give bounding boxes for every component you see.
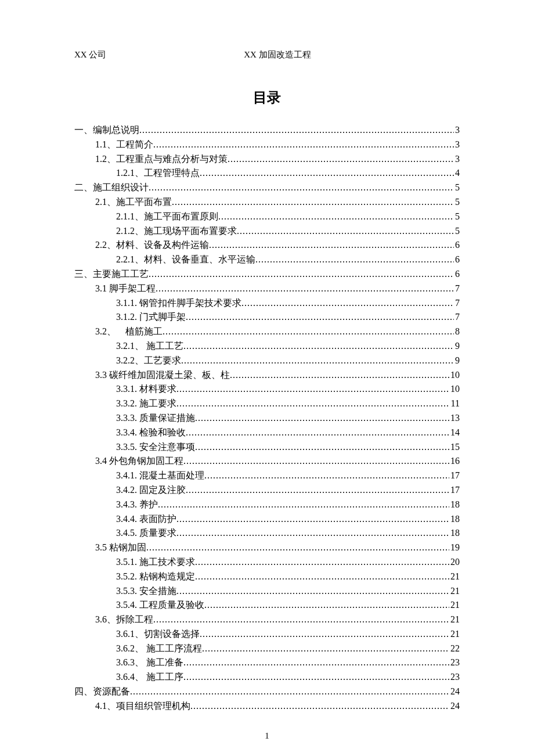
toc-entry-label: 3.6.1、切割设备选择 xyxy=(116,627,200,642)
toc-entry-page: 14 xyxy=(449,426,460,440)
toc-entry-page: 21 xyxy=(449,613,460,627)
toc-entry-label: 3.4 外包角钢加固工程 xyxy=(95,454,183,469)
toc-entry-page: 18 xyxy=(449,512,460,527)
toc-entry-label: 3.3.4. 检验和验收 xyxy=(116,426,186,440)
toc-leader-dots xyxy=(183,670,449,685)
toc-entry-page: 23 xyxy=(449,670,460,685)
toc-leader-dots xyxy=(255,253,454,267)
toc-entry-label: 3.5 粘钢加固 xyxy=(95,541,146,555)
toc-entry: 3.6、拆除工程21 xyxy=(74,613,460,627)
toc-entry-page: 9 xyxy=(454,354,460,368)
toc-entry-label: 3.2.1、 施工工艺 xyxy=(116,339,183,354)
toc-leader-dots xyxy=(186,426,449,440)
toc-leader-dots xyxy=(176,382,449,397)
toc-entry-label: 3.3.3. 质量保证措施 xyxy=(116,411,195,426)
toc-entry-label: 1.1、工程简介 xyxy=(95,138,153,152)
toc-leader-dots xyxy=(153,613,449,627)
toc-entry-page: 7 xyxy=(454,296,460,311)
toc-entry: 3.6.2、 施工工序流程22 xyxy=(74,642,460,656)
toc-leader-dots xyxy=(176,584,449,599)
toc-entry-page: 3 xyxy=(454,152,460,167)
toc-entry: 3.4.2. 固定及注胶17 xyxy=(74,483,460,498)
toc-leader-dots xyxy=(139,123,454,138)
toc-entry: 3.5.2. 粘钢构造规定21 xyxy=(74,570,460,584)
toc-entry-label: 三、主要施工工艺 xyxy=(74,267,149,282)
toc-entry: 3.4.1. 混凝土基面处理17 xyxy=(74,469,460,483)
toc-leader-dots xyxy=(230,368,449,383)
toc-entry: 1.1、工程简介3 xyxy=(74,138,460,152)
toc-leader-dots xyxy=(176,512,449,527)
toc-leader-dots xyxy=(190,699,449,714)
toc-leader-dots xyxy=(149,181,454,195)
toc-entry-page: 21 xyxy=(449,584,460,599)
toc-entry: 3.4 外包角钢加固工程16 xyxy=(74,454,460,469)
toc-leader-dots xyxy=(183,339,454,354)
toc-entry-label: 3.5.3. 安全措施 xyxy=(116,584,176,599)
toc-entry-label: 3.4.5. 质量要求 xyxy=(116,526,176,541)
toc-entry: 3.4.3. 养护18 xyxy=(74,498,460,512)
toc-entry: 3.3 碳纤维加固混凝土梁、板、柱10 xyxy=(74,368,460,383)
toc-entry: 3.3.1. 材料要求10 xyxy=(74,382,460,397)
toc-entry-label: 3.4.2. 固定及注胶 xyxy=(116,483,186,498)
toc-entry-label: 2.1.2、施工现场平面布置要求 xyxy=(116,224,237,239)
toc-entry-label: 2.1、施工平面布置 xyxy=(95,195,172,210)
toc-leader-dots xyxy=(195,411,449,426)
toc-entry-label: 3.1 脚手架工程 xyxy=(95,282,156,296)
toc-leader-dots xyxy=(200,627,449,642)
toc-entry-page: 20 xyxy=(449,555,460,570)
toc-entry-page: 10 xyxy=(449,382,460,397)
toc-leader-dots xyxy=(186,310,454,325)
toc-leader-dots xyxy=(241,296,454,311)
toc-leader-dots xyxy=(195,440,449,455)
toc-entry: 3.3.2. 施工要求11 xyxy=(74,397,460,411)
toc-entry-label: 3.5.4. 工程质量及验收 xyxy=(116,598,204,613)
toc-leader-dots xyxy=(209,238,454,253)
toc-leader-dots xyxy=(130,685,449,699)
toc-entry: 3.2.1、 施工工艺9 xyxy=(74,339,460,354)
toc-entry-page: 6 xyxy=(454,267,460,282)
toc-leader-dots xyxy=(176,526,449,541)
toc-leader-dots xyxy=(195,555,449,570)
toc-entry-label: 3.3.1. 材料要求 xyxy=(116,382,176,397)
toc-entry: 2.1.1、施工平面布置原则5 xyxy=(74,210,460,224)
toc-entry-page: 16 xyxy=(449,454,460,469)
toc-entry-label: 二、施工组织设计 xyxy=(74,181,149,195)
toc-entry: 2.2.1、材料、设备垂直、水平运输6 xyxy=(74,253,460,267)
toc-entry: 3.4.4. 表面防护18 xyxy=(74,512,460,527)
header-company: XX 公司 xyxy=(74,49,244,60)
toc-leader-dots xyxy=(228,152,454,167)
toc-entry: 3.2、 植筋施工8 xyxy=(74,325,460,339)
toc-entry: 3.6.1、切割设备选择21 xyxy=(74,627,460,642)
toc-leader-dots xyxy=(181,354,454,368)
toc-leader-dots xyxy=(195,570,449,584)
toc-entry-label: 3.3.5. 安全注意事项 xyxy=(116,440,195,455)
toc-leader-dots xyxy=(237,224,454,239)
toc-entry-page: 19 xyxy=(449,541,460,555)
toc-entry-page: 21 xyxy=(449,570,460,584)
toc-entry-label: 3.1.1. 钢管扣件脚手架技术要求 xyxy=(116,296,241,311)
toc-entry-page: 6 xyxy=(454,238,460,253)
toc-entry-page: 9 xyxy=(454,339,460,354)
toc-entry-label: 2.2.1、材料、设备垂直、水平运输 xyxy=(116,253,255,267)
toc-entry: 4.1、项目组织管理机构24 xyxy=(74,699,460,714)
toc-entry-page: 5 xyxy=(454,195,460,210)
toc-entry-page: 7 xyxy=(454,310,460,325)
toc-entry: 3.5.4. 工程质量及验收21 xyxy=(74,598,460,613)
toc-entry-label: 3.6.4、 施工工序 xyxy=(116,670,183,685)
toc-entry: 3.5.1. 施工技术要求20 xyxy=(74,555,460,570)
toc-entry-page: 6 xyxy=(454,253,460,267)
toc-entry: 2.2、材料、设备及构件运输6 xyxy=(74,238,460,253)
toc-entry-label: 2.1.1、施工平面布置原则 xyxy=(116,210,218,224)
table-of-contents: 一、编制总说明31.1、工程简介31.2、工程重点与难点分析与对策31.2.1、… xyxy=(74,123,460,714)
toc-entry-label: 3.5.1. 施工技术要求 xyxy=(116,555,195,570)
toc-entry-label: 3.2、 植筋施工 xyxy=(95,325,163,339)
page: XX 公司 XX 加固改造工程 目录 一、编制总说明31.1、工程简介31.2、… xyxy=(0,0,534,756)
toc-entry: 3.1.1. 钢管扣件脚手架技术要求7 xyxy=(74,296,460,311)
toc-leader-dots xyxy=(163,325,454,339)
toc-entry-label: 1.2、工程重点与难点分析与对策 xyxy=(95,152,228,167)
toc-entry: 3.1 脚手架工程7 xyxy=(74,282,460,296)
toc-entry: 3.5 粘钢加固19 xyxy=(74,541,460,555)
toc-entry-page: 24 xyxy=(449,699,460,714)
toc-entry-label: 3.4.1. 混凝土基面处理 xyxy=(116,469,204,483)
toc-entry: 1.2、工程重点与难点分析与对策3 xyxy=(74,152,460,167)
